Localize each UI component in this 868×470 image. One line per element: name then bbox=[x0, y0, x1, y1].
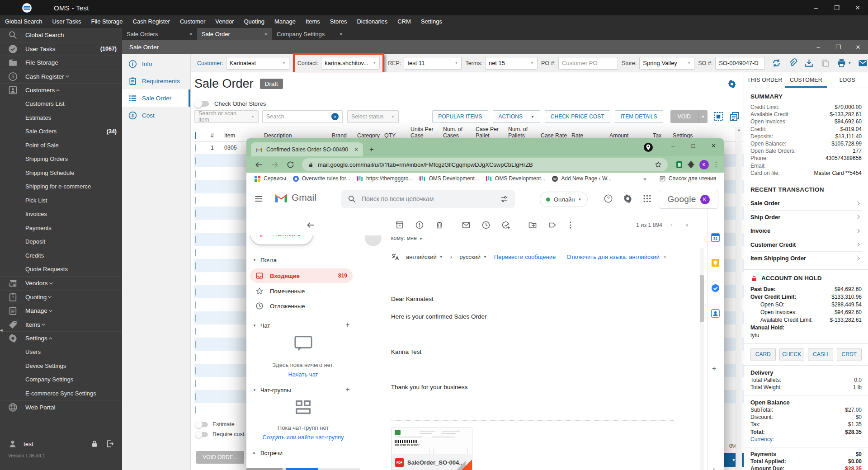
row-checkbox[interactable] bbox=[195, 262, 196, 269]
download-icon[interactable] bbox=[804, 58, 814, 68]
sidebar-scrollbar[interactable] bbox=[246, 468, 360, 470]
order-nav-item[interactable]: Requirements bbox=[122, 72, 190, 89]
browser-menu-icon[interactable]: ⋮ bbox=[713, 161, 719, 168]
menu-item[interactable]: Items bbox=[301, 15, 325, 28]
translate-to-select[interactable]: русский bbox=[459, 254, 481, 260]
order-field[interactable]: SO #: SO-0049047-D ▼ bbox=[698, 57, 765, 70]
logout-icon[interactable] bbox=[106, 440, 114, 448]
gmail-logo[interactable]: Gmail bbox=[274, 192, 316, 203]
account-avatar[interactable]: K bbox=[700, 195, 710, 204]
newer-email-icon[interactable]: ‹ bbox=[670, 221, 673, 228]
browser-back-icon[interactable] bbox=[255, 160, 263, 169]
field-input[interactable]: test 11 ▼ bbox=[404, 57, 462, 70]
menu-item[interactable]: Quoting bbox=[239, 15, 269, 28]
keep-icon[interactable] bbox=[711, 258, 720, 268]
tab-close-icon[interactable]: ✕ bbox=[354, 146, 359, 153]
clear-search-icon[interactable]: × bbox=[331, 113, 339, 120]
recent-transaction-item[interactable]: Invoice bbox=[750, 224, 862, 238]
order-nav-item[interactable]: Sale Order bbox=[122, 89, 190, 107]
tab-close-icon[interactable]: × bbox=[260, 31, 268, 38]
chat-section-header[interactable]: ▼Чат bbox=[253, 322, 270, 329]
order-nav-item[interactable]: $ Cost bbox=[122, 107, 190, 124]
document-tab[interactable]: Company Settings × bbox=[272, 28, 347, 40]
sidebar-item[interactable]: Deposit bbox=[0, 235, 122, 249]
menu-item[interactable]: Manage bbox=[269, 15, 301, 28]
bookmark-item[interactable]: W Add New Page ‹ W... bbox=[548, 175, 614, 182]
sidebar-item[interactable]: E-commerce Sync Settings bbox=[0, 386, 122, 400]
row-checkbox[interactable] bbox=[195, 223, 196, 230]
print-icon[interactable] bbox=[837, 58, 846, 68]
menu-item[interactable]: Settings bbox=[416, 15, 447, 28]
field-input[interactable]: Customer PO ▼ bbox=[558, 57, 618, 70]
order-field[interactable]: Store: Spring Valley ▼ bbox=[622, 57, 694, 70]
attachment-card[interactable]: Sale Order SO-0049047 PDF SaleOrder_SO-0… bbox=[391, 428, 472, 470]
table-scrollbar[interactable]: ▲ bbox=[736, 127, 742, 470]
email-scrollbar[interactable] bbox=[700, 248, 704, 470]
gmail-search-bar[interactable]: Поиск по всем цепочкам bbox=[341, 190, 515, 208]
order-field[interactable]: Contact: karina.shchitov... ▼ bbox=[293, 53, 385, 74]
row-checkbox[interactable] bbox=[195, 367, 196, 374]
google-apps-icon[interactable] bbox=[642, 194, 652, 203]
groups-section-header[interactable]: ▼Чат-группы bbox=[253, 387, 291, 394]
grid-view-icon[interactable] bbox=[729, 111, 740, 122]
bookmark-item[interactable]: https://themgggro... bbox=[354, 175, 416, 182]
void-dropdown-icon[interactable]: ▼ bbox=[698, 110, 708, 123]
search-options-icon[interactable] bbox=[500, 195, 509, 203]
menu-item[interactable]: File Storage bbox=[86, 15, 127, 28]
archive-icon[interactable] bbox=[395, 221, 404, 230]
row-checkbox[interactable] bbox=[195, 393, 196, 400]
row-checkbox[interactable] bbox=[195, 341, 196, 348]
tab-close-icon[interactable]: × bbox=[185, 31, 193, 38]
select-all-checkbox[interactable] bbox=[195, 132, 196, 139]
add-to-tasks-icon[interactable] bbox=[501, 221, 510, 230]
sidebar-item[interactable]: Shipping for e-commerce bbox=[0, 180, 122, 194]
menu-item[interactable]: Cash Register bbox=[128, 15, 175, 28]
extension-icon[interactable] bbox=[675, 161, 683, 169]
sidebar-item[interactable]: Company Settings bbox=[0, 373, 122, 387]
field-input[interactable]: net 15 ▼ bbox=[485, 57, 538, 70]
sidebar-item[interactable]: Pick List bbox=[0, 193, 122, 207]
help-icon[interactable]: ? bbox=[604, 194, 613, 203]
menu-item[interactable]: Stores bbox=[325, 15, 352, 28]
bookmark-item[interactable]: Overwrite rules for... bbox=[289, 175, 354, 182]
bookmark-star-icon[interactable] bbox=[655, 161, 662, 168]
contacts-icon[interactable] bbox=[711, 309, 720, 318]
settings-gear-icon[interactable] bbox=[623, 194, 632, 203]
browser-close-icon[interactable]: ✕ bbox=[703, 138, 724, 153]
toggle-switch[interactable] bbox=[195, 101, 209, 107]
row-checkbox[interactable] bbox=[195, 197, 196, 204]
chat-status-selector[interactable]: Онлайн ▼ bbox=[540, 192, 588, 207]
panel-tab[interactable]: CUSTOMER bbox=[785, 72, 826, 88]
sidebar-item[interactable]: User Tasks (1067) bbox=[0, 42, 122, 56]
field-input[interactable]: Karinatest ▼ bbox=[226, 57, 289, 70]
row-checkbox[interactable] bbox=[195, 183, 196, 191]
document-tab[interactable]: Sale Orders × bbox=[122, 28, 197, 40]
order-field[interactable]: Customer: Karinatest ▼ bbox=[197, 57, 289, 70]
menu-item[interactable]: Global Search bbox=[0, 15, 47, 28]
recipient-line[interactable]: кому: мне▼ bbox=[391, 235, 423, 241]
field-input[interactable]: SO-0049047-D ▼ bbox=[715, 57, 765, 70]
url-bar[interactable]: mail.google.com/mail/u/0/?tab=rm#inbox/F… bbox=[302, 158, 668, 171]
sidebar-item[interactable]: Customers List bbox=[0, 97, 122, 111]
item-search-dropdown[interactable]: Search or scan item▼ bbox=[194, 110, 259, 123]
maximize-icon[interactable]: ❐ bbox=[826, 0, 847, 15]
actions-button[interactable]: ACTIONS▼ bbox=[493, 110, 540, 123]
sidebar-item[interactable]: Sale Orders (34) bbox=[0, 125, 122, 139]
older-email-icon[interactable]: › bbox=[686, 221, 688, 228]
row-checkbox[interactable] bbox=[195, 249, 196, 256]
payment-method-button[interactable]: CARD bbox=[750, 348, 776, 361]
sidebar-item[interactable]: Items bbox=[0, 318, 122, 332]
profile-avatar[interactable]: K bbox=[699, 160, 709, 169]
recent-transaction-item[interactable]: Customer Credit bbox=[750, 238, 862, 252]
meet-section-header[interactable]: ▼Встречи bbox=[253, 450, 283, 456]
translate-from-select[interactable]: английский bbox=[406, 254, 437, 260]
reading-list-button[interactable]: Список для чтения bbox=[656, 175, 719, 182]
toggle-switch[interactable] bbox=[196, 432, 208, 437]
browser-reload-icon[interactable] bbox=[286, 160, 295, 169]
sidebar-item-starred[interactable]: Помеченные bbox=[255, 287, 305, 295]
column-header[interactable]: # bbox=[211, 133, 224, 141]
tasks-icon[interactable] bbox=[711, 283, 720, 293]
row-checkbox[interactable] bbox=[195, 406, 196, 414]
sidebar-item[interactable]: Users bbox=[0, 345, 122, 359]
check-price-cost-button[interactable]: CHECK PRICE COST bbox=[545, 110, 610, 123]
